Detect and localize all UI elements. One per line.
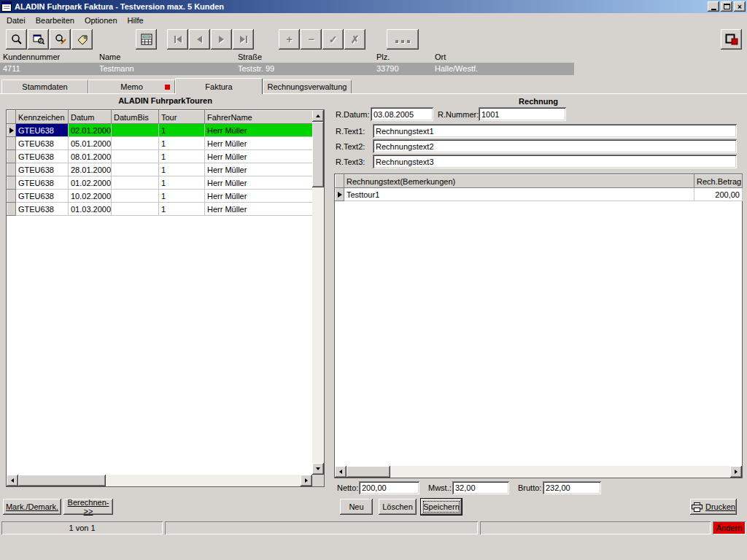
status-panel: [480, 521, 711, 534]
tab-stammdaten-label: Stammdaten: [22, 82, 67, 91]
nav-first-icon: [174, 36, 182, 43]
maximize-icon: [724, 4, 730, 9]
ellipsis-icon: [394, 34, 411, 45]
nav-next-button[interactable]: [211, 29, 232, 50]
delete-record-button[interactable]: −: [301, 29, 322, 50]
plus-icon: +: [286, 34, 292, 44]
memo-indicator-icon: [165, 85, 170, 90]
customer-number-label: Kundennummer: [3, 52, 60, 61]
customer-zip-value: 33790: [376, 64, 399, 73]
customer-city-label: Ort: [435, 52, 446, 61]
customer-values-band: 4711 Testmann Teststr. 99 33790 Halle/We…: [0, 63, 574, 75]
nav-prior-icon: [197, 36, 202, 43]
nav-first-button[interactable]: [167, 29, 188, 50]
customer-number-value: 4711: [3, 64, 20, 73]
tab-faktura-label: Faktura: [205, 82, 232, 91]
tab-strip: Stammdaten Memo Faktura Rechnungsverwalt…: [0, 78, 747, 94]
cancel-record-button[interactable]: ✗: [344, 29, 365, 50]
tab-faktura[interactable]: Faktura: [175, 78, 263, 94]
calculator-icon: [141, 34, 152, 45]
tab-page-faktura: [0, 93, 747, 520]
options-button[interactable]: [387, 29, 419, 50]
menu-item-hilfe[interactable]: Hilfe: [123, 15, 149, 26]
customer-street-value: Teststr. 99: [238, 64, 274, 73]
minimize-icon: [711, 9, 716, 10]
tab-stammdaten[interactable]: Stammdaten: [1, 79, 88, 93]
nav-last-icon: [240, 36, 247, 43]
application-window: ALADIN Fuhrpark Faktura - Testversion ma…: [0, 0, 747, 560]
customer-zip-label: Plz.: [376, 52, 390, 61]
app-icon[interactable]: [1, 1, 12, 12]
tag-icon: [77, 34, 88, 45]
minimize-button[interactable]: [708, 1, 719, 12]
nav-prior-button[interactable]: [189, 29, 210, 50]
customer-name-label: Name: [99, 52, 120, 61]
status-bar: 1 von 1 Ändern: [0, 520, 747, 536]
nav-last-button[interactable]: [233, 29, 254, 50]
menu-item-optionen[interactable]: Optionen: [80, 15, 123, 26]
maximize-button[interactable]: [721, 1, 732, 12]
customer-city-value: Halle/Westf.: [435, 64, 478, 73]
menu-item-bearbeiten[interactable]: Bearbeiten: [31, 15, 80, 26]
customer-name-value: Testmann: [99, 64, 134, 73]
minus-icon: −: [308, 34, 314, 44]
toolbar: + − ✓ ✗: [0, 27, 747, 52]
search-edit-button[interactable]: [50, 29, 71, 50]
status-record-count: 1 von 1: [69, 524, 95, 532]
exit-button[interactable]: [721, 29, 742, 50]
status-mode-badge: Ändern: [713, 521, 746, 534]
window-title: ALADIN Fuhrpark Faktura - Testversion ma…: [15, 2, 706, 11]
search-button[interactable]: [6, 29, 27, 50]
tab-rechnungsverwaltung-label: Rechnungsverwaltung: [268, 82, 347, 91]
calculator-button[interactable]: [136, 29, 157, 50]
search-edit-icon: [55, 34, 66, 45]
check-icon: ✓: [329, 34, 338, 44]
lookup-button[interactable]: [28, 29, 49, 50]
status-record-panel: 1 von 1: [1, 521, 163, 534]
post-record-button[interactable]: ✓: [322, 29, 344, 50]
search-icon: [11, 34, 23, 45]
close-icon: ×: [738, 3, 742, 11]
customer-street-label: Straße: [238, 52, 262, 61]
status-panel: [165, 521, 478, 534]
close-button[interactable]: ×: [734, 1, 746, 12]
menu-bar: Datei Bearbeiten Optionen Hilfe: [0, 13, 747, 27]
insert-record-button[interactable]: +: [279, 29, 300, 50]
tag-button[interactable]: [71, 29, 93, 50]
customer-header-labels: Kundennummer Name Straße Plz. Ort: [0, 52, 747, 62]
tab-rechnungsverwaltung[interactable]: Rechnungsverwaltung: [263, 79, 352, 93]
title-bar: ALADIN Fuhrpark Faktura - Testversion ma…: [0, 0, 747, 13]
nav-next-icon: [219, 36, 224, 43]
menu-item-datei[interactable]: Datei: [1, 15, 31, 26]
lookup-icon: [33, 34, 44, 45]
exit-icon: [725, 34, 738, 45]
tab-memo[interactable]: Memo: [88, 79, 175, 93]
cross-icon: ✗: [351, 34, 360, 44]
status-mode-label: Ändern: [716, 524, 742, 532]
tab-memo-label: Memo: [120, 82, 143, 91]
